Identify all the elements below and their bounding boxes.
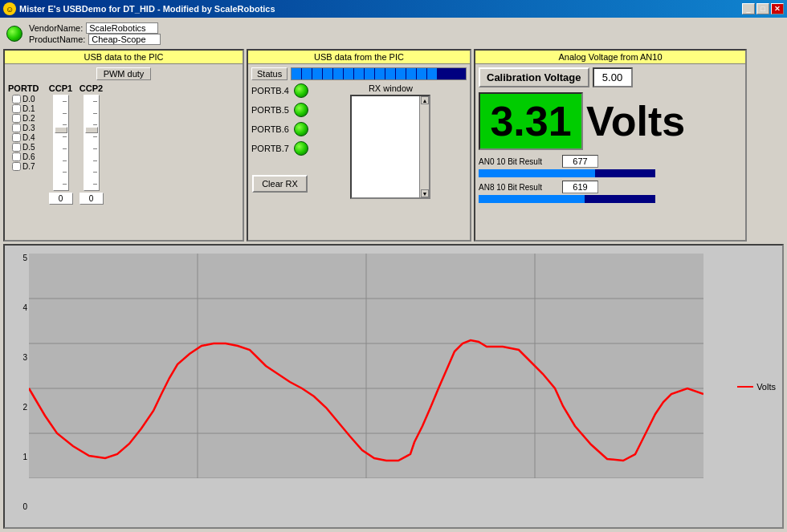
an8-bar — [479, 195, 655, 203]
chart-y3: 3 — [8, 353, 27, 362]
chart-y2: 2 — [8, 403, 27, 412]
an0-row: AN0 10 Bit Result 677 — [479, 155, 742, 168]
minimize-button[interactable]: _ — [742, 3, 755, 14]
portd-d7-label: D.7 — [22, 162, 35, 171]
vendor-value: ScaleRobotics — [86, 22, 158, 34]
legend-line — [737, 386, 753, 388]
portd-d1-label: D.1 — [22, 104, 35, 113]
rx-section: RX window ▲ ▼ — [315, 83, 467, 199]
status-row: Status — [251, 67, 467, 80]
product-value: Cheap-Scope — [88, 34, 161, 45]
left-panel: USB data to the PIC PWM duty PORTD D.0 D… — [3, 49, 244, 242]
top-info: VendorName: ScaleRobotics ProductName: C… — [3, 21, 784, 47]
chart-svg — [29, 254, 703, 478]
an0-value: 677 — [562, 155, 598, 168]
portd-d3-label: D.3 — [22, 124, 35, 132]
title-buttons: _ □ ✕ — [742, 3, 784, 14]
portb4-led — [294, 83, 308, 98]
calib-label: Calibration Voltage — [479, 67, 589, 87]
portd-d0-checkbox[interactable] — [12, 95, 21, 104]
window-title: Mister E's USBDemo for DT_HID - Modified… — [19, 4, 275, 14]
voltage-display: 3.31 Volts — [479, 92, 742, 150]
status-progress-bar — [291, 67, 467, 80]
ccp2-group: CCP2 0 — [80, 83, 104, 205]
voltage-unit: Volts — [586, 97, 685, 145]
portd-checkboxes: D.0 D.1 D.2 D.3 D.4 D.5 D.6 D.7 — [12, 95, 35, 171]
portd-group: PORTD D.0 D.1 D.2 D.3 D.4 D.5 D.6 D.7 — [8, 83, 39, 205]
portd-d4-checkbox[interactable] — [12, 133, 21, 142]
ccp1-group: CCP1 0 — [49, 83, 73, 205]
rx-scrollbar[interactable]: ▲ ▼ — [419, 96, 429, 197]
ccp2-label: CCP2 — [80, 83, 103, 93]
portd-d6-checkbox[interactable] — [12, 152, 21, 161]
portd-d4-label: D.4 — [22, 133, 35, 142]
portb-section: PORTB.4 PORTB.5 PORTB.6 PORTB.7 Clear RX — [251, 83, 308, 199]
ccp1-label: CCP1 — [49, 83, 72, 93]
portd-d2-checkbox[interactable] — [12, 114, 21, 123]
voltage-number: 3.31 — [479, 92, 583, 150]
portb7-led — [294, 141, 308, 156]
scroll-down-arrow[interactable]: ▼ — [421, 189, 429, 197]
main-content: VendorName: ScaleRobotics ProductName: C… — [0, 18, 787, 532]
portd-d1-checkbox[interactable] — [12, 104, 21, 113]
calib-value: 5.00 — [593, 67, 633, 87]
clear-rx-button[interactable]: Clear RX — [252, 175, 308, 193]
an0-label: AN0 10 Bit Result — [479, 157, 559, 166]
portd-d2-label: D.2 — [22, 114, 35, 123]
maximize-button[interactable]: □ — [756, 3, 769, 14]
chart-y1: 1 — [8, 453, 27, 461]
chart-legend: Volts — [737, 382, 776, 392]
pwm-label: PWM duty — [96, 67, 152, 80]
portb6-led — [294, 122, 308, 136]
portd-d6-label: D.6 — [22, 152, 35, 161]
right-panel: Analog Voltage from AN10 Calibration Vol… — [474, 49, 747, 242]
portb6-label: PORTB.6 — [251, 124, 289, 134]
portd-d7-checkbox[interactable] — [12, 162, 21, 171]
portb4-label: PORTB.4 — [251, 86, 289, 95]
portd-label: PORTD — [8, 83, 39, 93]
portd-d5-label: D.5 — [22, 143, 35, 152]
portd-d5-checkbox[interactable] — [12, 143, 21, 152]
panels-row: USB data to the PIC PWM duty PORTD D.0 D… — [3, 49, 784, 242]
portd-d0-label: D.0 — [22, 95, 35, 104]
ccp2-slider[interactable]: 0 — [80, 95, 104, 205]
legend-label: Volts — [756, 382, 776, 392]
portb5-led — [294, 103, 308, 117]
chart-y4: 4 — [8, 303, 27, 312]
an8-row: AN8 10 Bit Result 619 — [479, 181, 742, 193]
ccp1-slider[interactable]: 0 — [49, 95, 73, 205]
portb7-label: PORTB.7 — [251, 144, 289, 153]
an8-value: 619 — [562, 181, 598, 193]
calib-row: Calibration Voltage 5.00 — [479, 67, 742, 87]
close-button[interactable]: ✕ — [771, 3, 784, 14]
chart-y5: 5 — [8, 254, 27, 262]
left-panel-header: USB data to the PIC — [5, 51, 243, 64]
mid-panel-header: USB data from the PIC — [248, 51, 470, 64]
rx-window: ▲ ▼ — [350, 95, 430, 199]
chart-y0: 0 — [8, 502, 27, 511]
vendor-label: VendorName: — [29, 23, 83, 33]
right-panel-header: Analog Voltage from AN10 — [475, 51, 745, 64]
mid-panel: USB data from the PIC Status — [247, 49, 471, 242]
portd-d3-checkbox[interactable] — [12, 124, 21, 132]
status-label: Status — [251, 67, 287, 80]
ccp2-value: 0 — [80, 193, 104, 205]
title-bar: ☺ Mister E's USBDemo for DT_HID - Modifi… — [0, 0, 787, 18]
an0-bar — [479, 169, 655, 177]
scroll-up-arrow[interactable]: ▲ — [421, 96, 429, 104]
an8-label: AN8 10 Bit Result — [479, 183, 559, 192]
rx-window-label: RX window — [369, 83, 413, 93]
ccp1-value: 0 — [49, 193, 73, 205]
info-labels: VendorName: ScaleRobotics ProductName: C… — [29, 22, 161, 45]
app-icon: ☺ — [3, 2, 16, 15]
chart-panel: 5 4 3 2 1 0 Volts — [3, 244, 784, 529]
connection-led — [6, 26, 22, 42]
product-label: ProductName: — [29, 35, 85, 44]
portb5-label: PORTB.5 — [251, 105, 289, 115]
